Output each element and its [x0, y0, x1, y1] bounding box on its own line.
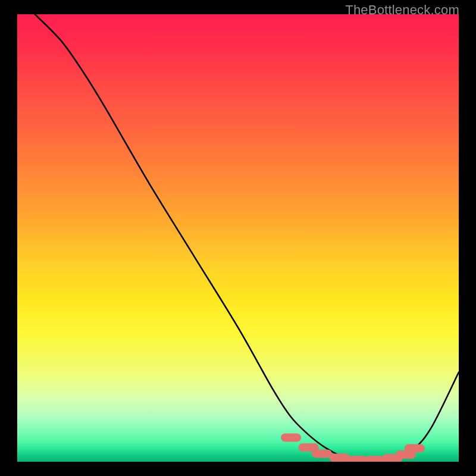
watermark-text: TheBottleneck.com	[345, 2, 459, 18]
chart-plot-area	[17, 14, 459, 462]
background-gradient	[17, 14, 459, 462]
